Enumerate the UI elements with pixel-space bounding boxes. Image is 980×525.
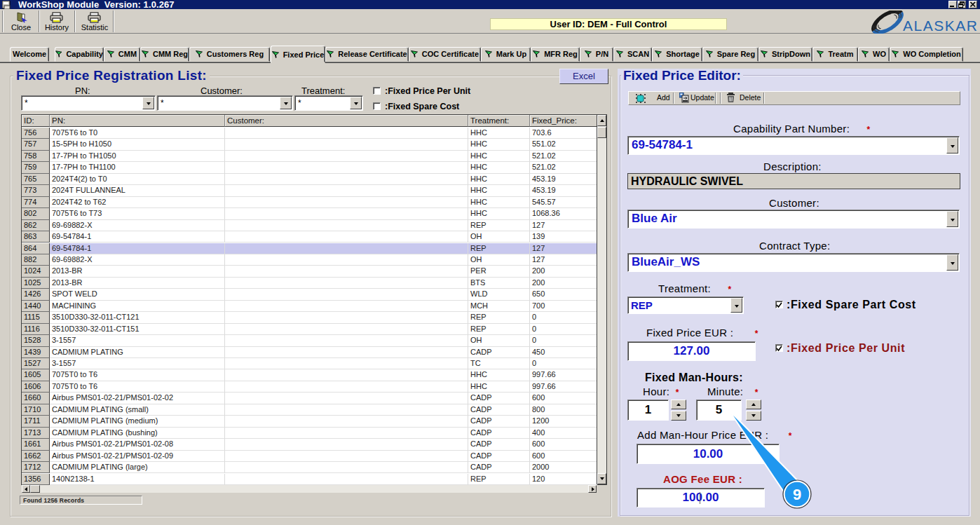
svg-text:9: 9 [793, 486, 801, 503]
svg-text:ALASKAR: ALASKAR [903, 18, 978, 34]
